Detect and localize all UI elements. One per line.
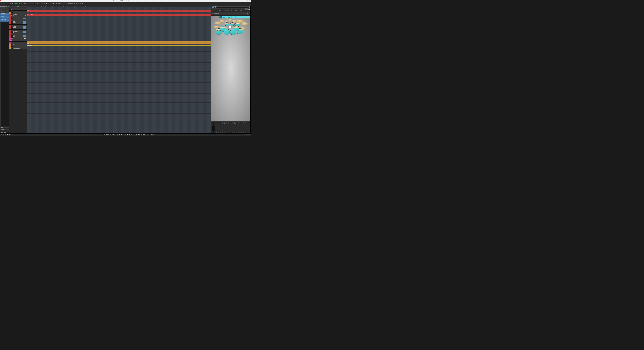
undo-button[interactable]: ↶ <box>1 2 2 4</box>
inspector-tab[interactable]: Inspector <box>0 6 4 7</box>
inst-tab-kit[interactable]: KIT <box>219 16 222 18</box>
track-row[interactable]: 📁msDRUMS <box>9 12 27 14</box>
multi-rack-row[interactable]: Multi Rack ▾ Mix-Ready RS Drums Fairview… <box>212 11 250 13</box>
inst-tab-sub-mixer[interactable]: SUB MIXER <box>227 16 232 18</box>
track-row[interactable]: ⦀⦀msRack 2e <box>9 23 27 25</box>
pos-marker-icon[interactable]: ⬥ <box>135 134 135 135</box>
output-channel[interactable]: - <box>218 125 220 132</box>
output-channel[interactable]: - <box>224 125 226 132</box>
cross-icon[interactable]: ✦ <box>21 2 22 4</box>
track-row[interactable]: ⦀⦀msRack 1e <box>9 22 27 23</box>
track-row[interactable]: ⦀⦀msCymbalse <box>9 33 27 35</box>
track-row[interactable]: ⦀⦀msFar Roomse <box>9 32 27 33</box>
channel-select[interactable]: Stereo Out ⓔ <box>0 7 9 9</box>
menu-transport[interactable]: Transport <box>16 1 19 2</box>
menu-audio[interactable]: Audio <box>6 1 8 2</box>
track-row[interactable]: ⦀⦀msClose Roomse <box>9 31 27 32</box>
automation-mode-select[interactable]: Touch ▾ <box>22 2 26 4</box>
menu-midi[interactable]: MIDI <box>9 1 10 2</box>
left-locator[interactable]: 0:00:00.000 <box>102 134 109 135</box>
kontakt-min-icon[interactable]: ◢ <box>249 8 250 9</box>
output-channel[interactable]: - <box>220 125 222 132</box>
inst-tab-main-mixer[interactable]: MAIN MIXER <box>222 16 227 18</box>
tempo-display[interactable]: 110.000 <box>150 134 154 135</box>
plugin-close-button[interactable]: ✕ <box>249 6 250 7</box>
menu-studio[interactable]: Studio <box>20 1 22 2</box>
transport-metronome-icon[interactable]: ✦ <box>5 134 6 135</box>
comp-tool[interactable]: ▦ <box>46 2 47 4</box>
output-channel[interactable]: - <box>222 125 224 132</box>
snapshot-icon[interactable]: 📷 <box>247 13 248 14</box>
output-channel[interactable]: - <box>230 125 232 132</box>
global-read-button[interactable]: R <box>15 2 17 4</box>
play-button[interactable]: ▶ <box>129 134 130 135</box>
play-tool[interactable]: ▷ <box>51 2 53 4</box>
track-row[interactable]: ⦀⦀msRidee <box>9 36 27 37</box>
track-row[interactable]: ⦀⦀msOverheadse <box>9 30 27 31</box>
tempo-track-icon[interactable]: ♩ <box>148 134 149 135</box>
fader-section[interactable]: Fader <box>0 127 9 128</box>
insert-slot[interactable]: TDR V…EQ <box>0 14 8 16</box>
inst-tab-bleed[interactable]: BLEED <box>232 16 235 18</box>
insert-slot[interactable]: StudioEQ <box>0 13 8 14</box>
track-row[interactable]: ⦀⦀msFloor L2e <box>9 26 27 27</box>
menu-edit[interactable]: Edit <box>2 1 3 2</box>
track-row[interactable]: ⦀⦀msHatse <box>9 35 27 36</box>
output-channel[interactable]: - <box>246 125 248 132</box>
drum-kit-visual[interactable] <box>214 19 248 121</box>
record-button[interactable]: ○ <box>131 134 132 135</box>
snap-type-select[interactable]: Grid ▾ <box>58 2 65 4</box>
insert-slot[interactable]: BUSTERse <box>0 17 8 18</box>
plugin-read-button[interactable]: R <box>213 7 214 8</box>
output-channel[interactable]: - <box>226 125 228 132</box>
draw-tool[interactable]: ✎ <box>35 2 36 4</box>
line-tool[interactable]: ╱ <box>50 2 51 4</box>
right-locator[interactable]: 0:04:14.518 <box>111 134 118 135</box>
arrange-view[interactable]: 1591317212529333741454953576165 DRUMSNef… <box>27 6 211 133</box>
quantize-preset-select[interactable]: 1/16 ▾ <box>76 2 82 4</box>
timeline-ruler[interactable]: 1591317212529333741454953576165 <box>27 6 211 7</box>
clip[interactable]: 03 Rhythm Guitars <box>27 45 211 46</box>
redo-button[interactable]: ↷ <box>2 2 4 4</box>
track-row[interactable]: msStereo OuteVolume0.00 <box>9 8 27 10</box>
track-list-menu-icon[interactable]: ▦ ⚡ <box>25 6 26 7</box>
global-listen-button[interactable]: L <box>14 2 15 4</box>
locator-r-icon[interactable]: ▕ <box>110 134 110 135</box>
transport-aq-button[interactable]: AQ <box>9 134 10 135</box>
menu-workspaces[interactable]: Workspaces <box>22 1 26 2</box>
menu-help[interactable]: Help <box>36 1 37 2</box>
equalizers-section[interactable]: Equalizers <box>0 9 9 11</box>
global-solo-button[interactable]: S <box>12 2 13 4</box>
inst-tab-settings[interactable]: SETTINGS <box>246 16 250 18</box>
output-presets-select[interactable]: Presets / Batch Configuration ▾ <box>215 122 224 122</box>
inserts-section[interactable]: Inserts <box>0 11 9 12</box>
track-row[interactable]: msDrum BUSeVolume0.00 <box>9 14 27 16</box>
output-channel[interactable]: - <box>238 125 240 132</box>
editor-tab[interactable]: Editor <box>3 132 6 133</box>
plugin-snapshot-icon[interactable]: 📷 <box>249 7 250 8</box>
minimize-button[interactable]: — <box>245 0 247 1</box>
transport-precount-icon[interactable]: ◆ ▾ <box>7 134 8 135</box>
transport-rec-mode-icon[interactable]: ● ▾ <box>3 134 4 135</box>
insert-slot[interactable]: TDR M…ok <box>0 18 8 20</box>
clip[interactable]: Monuments - Nefarious <box>27 41 211 43</box>
track-row[interactable]: ⦀⦀msFloor R1e <box>9 27 27 28</box>
arrow-tool[interactable]: ➤ <box>31 2 33 4</box>
global-a-button[interactable]: A <box>19 2 20 4</box>
track-row[interactable]: ⦀⦀msFairview Kite <box>9 18 27 19</box>
zoom-tool[interactable]: 🔍 <box>44 2 46 4</box>
add-track-button[interactable]: + ▾ <box>10 6 10 7</box>
menu-scores[interactable]: Scores <box>11 1 13 2</box>
split-tool[interactable]: ✂ <box>38 2 40 4</box>
track-row[interactable]: ⦀⦀msSnaree <box>9 21 27 22</box>
menu-window[interactable]: Window <box>27 1 29 2</box>
output-channel[interactable]: - <box>244 125 246 132</box>
track-row[interactable]: 〰ms03 Rhythm Guitars <box>9 48 27 49</box>
quantize-apply-button[interactable]: Q <box>74 2 75 4</box>
inst-tab-grooves[interactable]: GROOVES <box>241 16 246 18</box>
track-row[interactable]: msTempo110.000 <box>9 10 27 12</box>
insert-slot[interactable]: Maximizer <box>0 20 8 22</box>
inspector-menu-icon[interactable]: ≡ <box>8 6 9 7</box>
instrument-sub-row[interactable]: ▾ Mix-Ready Fairview Kit 1 Purge ▾ <box>212 14 250 15</box>
inspector-setup-button[interactable]: Setup ⚙ <box>0 130 9 132</box>
